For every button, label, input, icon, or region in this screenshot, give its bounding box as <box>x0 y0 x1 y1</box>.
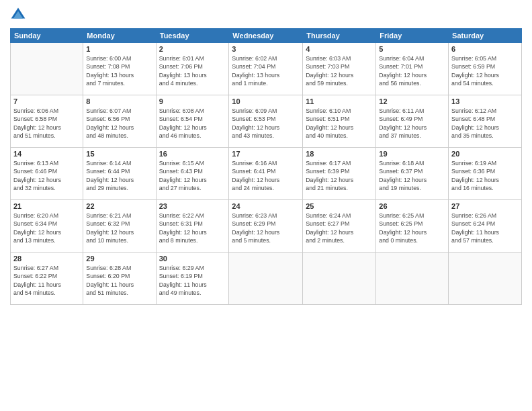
logo <box>10 7 28 23</box>
day-info: Sunrise: 6:23 AMSunset: 6:29 PMDaylight:… <box>232 212 300 244</box>
day-number: 18 <box>306 150 373 158</box>
day-info: Sunrise: 6:20 AMSunset: 6:34 PMDaylight:… <box>13 212 80 244</box>
page: SundayMondayTuesdayWednesdayThursdayFrid… <box>0 0 532 411</box>
calendar-cell: 21Sunrise: 6:20 AMSunset: 6:34 PMDayligh… <box>11 200 83 253</box>
calendar-cell <box>376 253 449 305</box>
calendar-cell: 6Sunrise: 6:05 AMSunset: 6:59 PMDaylight… <box>449 43 522 95</box>
calendar-cell: 30Sunrise: 6:29 AMSunset: 6:19 PMDayligh… <box>156 253 229 305</box>
week-row-3: 14Sunrise: 6:13 AMSunset: 6:46 PMDayligh… <box>11 148 522 200</box>
day-number: 13 <box>451 97 519 105</box>
day-info: Sunrise: 6:28 AMSunset: 6:20 PMDaylight:… <box>86 264 152 297</box>
day-info: Sunrise: 6:02 AMSunset: 7:04 PMDaylight:… <box>232 54 300 87</box>
day-info: Sunrise: 6:03 AMSunset: 7:03 PMDaylight:… <box>306 54 373 87</box>
day-number: 11 <box>306 97 373 105</box>
day-number: 1 <box>86 45 152 53</box>
calendar-cell: 11Sunrise: 6:10 AMSunset: 6:51 PMDayligh… <box>303 95 376 148</box>
calendar-cell: 16Sunrise: 6:15 AMSunset: 6:43 PMDayligh… <box>156 148 229 200</box>
day-info: Sunrise: 6:15 AMSunset: 6:43 PMDaylight:… <box>159 159 226 192</box>
weekday-header-sunday: Sunday <box>11 29 83 43</box>
calendar-cell: 19Sunrise: 6:18 AMSunset: 6:37 PMDayligh… <box>376 148 449 200</box>
calendar-cell <box>303 253 376 305</box>
calendar-cell <box>449 253 522 305</box>
day-info: Sunrise: 6:19 AMSunset: 6:36 PMDaylight:… <box>451 159 519 192</box>
day-number: 7 <box>13 97 80 105</box>
calendar-cell: 3Sunrise: 6:02 AMSunset: 7:04 PMDaylight… <box>229 43 303 95</box>
day-info: Sunrise: 6:26 AMSunset: 6:24 PMDaylight:… <box>451 212 519 244</box>
day-number: 6 <box>451 45 519 53</box>
day-info: Sunrise: 6:24 AMSunset: 6:27 PMDaylight:… <box>306 212 373 244</box>
day-info: Sunrise: 6:16 AMSunset: 6:41 PMDaylight:… <box>232 159 300 192</box>
day-info: Sunrise: 6:14 AMSunset: 6:44 PMDaylight:… <box>86 159 152 192</box>
day-info: Sunrise: 6:18 AMSunset: 6:37 PMDaylight:… <box>379 159 445 192</box>
weekday-header-saturday: Saturday <box>449 29 522 43</box>
calendar-cell: 17Sunrise: 6:16 AMSunset: 6:41 PMDayligh… <box>229 148 303 200</box>
day-info: Sunrise: 6:00 AMSunset: 7:08 PMDaylight:… <box>86 54 152 87</box>
calendar-cell: 4Sunrise: 6:03 AMSunset: 7:03 PMDaylight… <box>303 43 376 95</box>
calendar-cell: 15Sunrise: 6:14 AMSunset: 6:44 PMDayligh… <box>83 148 156 200</box>
day-info: Sunrise: 6:29 AMSunset: 6:19 PMDaylight:… <box>159 264 226 297</box>
day-info: Sunrise: 6:11 AMSunset: 6:49 PMDaylight:… <box>379 107 445 140</box>
weekday-header-friday: Friday <box>376 29 449 43</box>
day-info: Sunrise: 6:06 AMSunset: 6:58 PMDaylight:… <box>13 107 80 140</box>
week-row-2: 7Sunrise: 6:06 AMSunset: 6:58 PMDaylight… <box>11 95 522 148</box>
calendar-cell: 27Sunrise: 6:26 AMSunset: 6:24 PMDayligh… <box>449 200 522 253</box>
weekday-header-tuesday: Tuesday <box>156 29 229 43</box>
calendar-cell: 18Sunrise: 6:17 AMSunset: 6:39 PMDayligh… <box>303 148 376 200</box>
day-info: Sunrise: 6:09 AMSunset: 6:53 PMDaylight:… <box>232 107 300 140</box>
weekday-header-row: SundayMondayTuesdayWednesdayThursdayFrid… <box>11 29 522 43</box>
weekday-header-monday: Monday <box>83 29 156 43</box>
week-row-4: 21Sunrise: 6:20 AMSunset: 6:34 PMDayligh… <box>11 200 522 253</box>
calendar-cell: 29Sunrise: 6:28 AMSunset: 6:20 PMDayligh… <box>83 253 156 305</box>
day-info: Sunrise: 6:22 AMSunset: 6:31 PMDaylight:… <box>159 212 226 244</box>
day-number: 8 <box>86 97 152 105</box>
day-number: 17 <box>232 150 300 158</box>
day-info: Sunrise: 6:25 AMSunset: 6:25 PMDaylight:… <box>379 212 445 244</box>
day-info: Sunrise: 6:17 AMSunset: 6:39 PMDaylight:… <box>306 159 373 192</box>
day-number: 29 <box>86 255 152 263</box>
calendar-cell: 23Sunrise: 6:22 AMSunset: 6:31 PMDayligh… <box>156 200 229 253</box>
day-number: 2 <box>159 45 226 53</box>
calendar-cell: 25Sunrise: 6:24 AMSunset: 6:27 PMDayligh… <box>303 200 376 253</box>
day-info: Sunrise: 6:07 AMSunset: 6:56 PMDaylight:… <box>86 107 152 140</box>
day-number: 30 <box>159 255 226 263</box>
calendar-cell: 1Sunrise: 6:00 AMSunset: 7:08 PMDaylight… <box>83 43 156 95</box>
day-number: 23 <box>159 202 226 210</box>
day-number: 21 <box>13 202 80 210</box>
day-info: Sunrise: 6:13 AMSunset: 6:46 PMDaylight:… <box>13 159 80 192</box>
calendar-cell: 8Sunrise: 6:07 AMSunset: 6:56 PMDaylight… <box>83 95 156 148</box>
week-row-5: 28Sunrise: 6:27 AMSunset: 6:22 PMDayligh… <box>11 253 522 305</box>
day-number: 3 <box>232 45 300 53</box>
weekday-header-wednesday: Wednesday <box>229 29 303 43</box>
calendar-cell: 20Sunrise: 6:19 AMSunset: 6:36 PMDayligh… <box>449 148 522 200</box>
calendar-cell: 9Sunrise: 6:08 AMSunset: 6:54 PMDaylight… <box>156 95 229 148</box>
day-info: Sunrise: 6:08 AMSunset: 6:54 PMDaylight:… <box>159 107 226 140</box>
day-info: Sunrise: 6:04 AMSunset: 7:01 PMDaylight:… <box>379 54 445 87</box>
header <box>10 7 522 23</box>
calendar-cell: 12Sunrise: 6:11 AMSunset: 6:49 PMDayligh… <box>376 95 449 148</box>
weekday-header-thursday: Thursday <box>303 29 376 43</box>
calendar-cell: 14Sunrise: 6:13 AMSunset: 6:46 PMDayligh… <box>11 148 83 200</box>
day-number: 20 <box>451 150 519 158</box>
calendar-cell: 7Sunrise: 6:06 AMSunset: 6:58 PMDaylight… <box>11 95 83 148</box>
day-number: 19 <box>379 150 445 158</box>
day-info: Sunrise: 6:05 AMSunset: 6:59 PMDaylight:… <box>451 54 519 87</box>
day-number: 16 <box>159 150 226 158</box>
calendar-cell: 5Sunrise: 6:04 AMSunset: 7:01 PMDaylight… <box>376 43 449 95</box>
calendar-table: SundayMondayTuesdayWednesdayThursdayFrid… <box>10 28 522 305</box>
day-number: 28 <box>13 255 80 263</box>
calendar-cell: 24Sunrise: 6:23 AMSunset: 6:29 PMDayligh… <box>229 200 303 253</box>
day-info: Sunrise: 6:01 AMSunset: 7:06 PMDaylight:… <box>159 54 226 87</box>
day-number: 4 <box>306 45 373 53</box>
calendar-cell: 28Sunrise: 6:27 AMSunset: 6:22 PMDayligh… <box>11 253 83 305</box>
day-number: 27 <box>451 202 519 210</box>
day-number: 14 <box>13 150 80 158</box>
calendar-cell: 13Sunrise: 6:12 AMSunset: 6:48 PMDayligh… <box>449 95 522 148</box>
day-number: 25 <box>306 202 373 210</box>
calendar-cell: 26Sunrise: 6:25 AMSunset: 6:25 PMDayligh… <box>376 200 449 253</box>
calendar-cell: 2Sunrise: 6:01 AMSunset: 7:06 PMDaylight… <box>156 43 229 95</box>
day-number: 22 <box>86 202 152 210</box>
day-info: Sunrise: 6:27 AMSunset: 6:22 PMDaylight:… <box>13 264 80 297</box>
day-number: 12 <box>379 97 445 105</box>
day-number: 10 <box>232 97 300 105</box>
day-number: 9 <box>159 97 226 105</box>
